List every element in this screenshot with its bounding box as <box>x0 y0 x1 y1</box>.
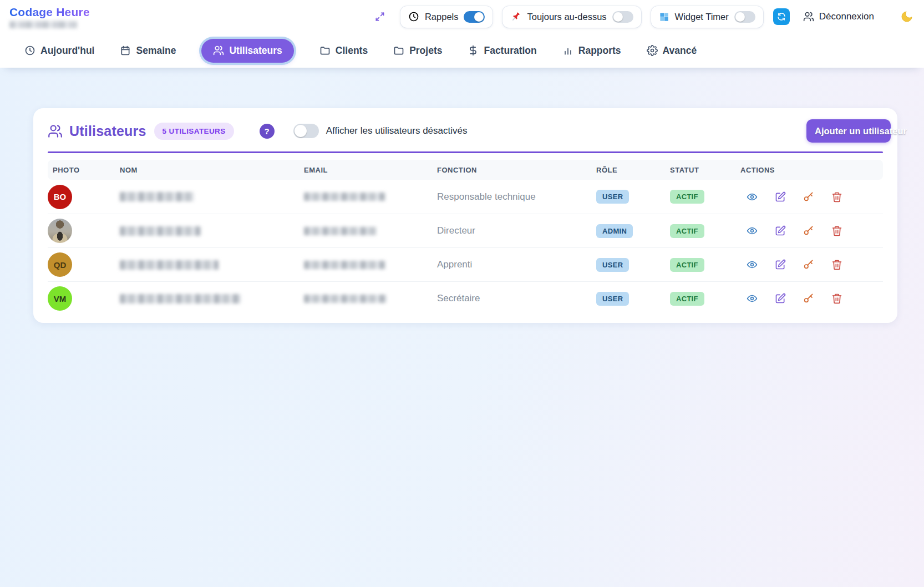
avatar-photo <box>48 219 72 243</box>
expand-icon[interactable] <box>373 9 387 24</box>
pill-label-always-on-top: Toujours au-dessus <box>527 12 606 22</box>
windows-icon <box>659 12 669 22</box>
column-header: STATUT <box>670 166 740 174</box>
widget-timer-toggle[interactable] <box>734 11 755 23</box>
topbar-pill-always-on-top: Toujours au-dessus <box>502 6 641 28</box>
delete-user-button[interactable] <box>831 259 842 271</box>
role-badge: ADMIN <box>596 224 633 238</box>
reset-password-button[interactable] <box>803 191 814 203</box>
redacted-name <box>120 260 219 270</box>
column-header: RÔLE <box>596 166 670 174</box>
reset-password-button[interactable] <box>803 225 814 237</box>
name-cell <box>120 294 304 303</box>
page-title: Utilisateurs <box>69 123 146 139</box>
redacted-name <box>120 294 241 303</box>
main-navigation: Aujourd'huiSemaineUtilisateursClientsPro… <box>0 33 924 68</box>
status-badge: ACTIF <box>670 224 704 238</box>
app-title: Codage Heure <box>9 6 90 19</box>
tab-label: Avancé <box>663 45 697 57</box>
topbar: Codage Heure RappelsToujours au-dessusWi… <box>0 0 924 33</box>
name-cell <box>120 260 304 270</box>
role-badge: USER <box>596 190 629 204</box>
eye-icon <box>747 225 758 236</box>
moon-icon[interactable] <box>900 9 914 24</box>
email-cell <box>304 227 437 235</box>
view-user-button[interactable] <box>746 293 758 305</box>
key-icon <box>803 259 814 270</box>
tab-label: Rapports <box>578 45 621 57</box>
view-user-button[interactable] <box>746 259 758 271</box>
view-user-button[interactable] <box>746 191 758 203</box>
redacted-email <box>304 193 385 201</box>
role-cell: USER <box>596 258 670 272</box>
tab-facturation[interactable]: Facturation <box>468 45 536 57</box>
status-badge: ACTIF <box>670 292 704 306</box>
key-icon <box>803 225 814 236</box>
calendar-icon <box>120 45 131 56</box>
role-badge: USER <box>596 292 629 306</box>
app-chrome: Codage Heure RappelsToujours au-dessusWi… <box>0 0 924 68</box>
edit-user-button[interactable] <box>774 259 786 271</box>
tab-semaine[interactable]: Semaine <box>120 45 176 57</box>
edit-user-button[interactable] <box>774 191 786 203</box>
folder-icon <box>393 45 404 56</box>
add-user-button[interactable]: Ajouter un utilisateur <box>806 119 891 143</box>
always-on-top-toggle[interactable] <box>612 11 633 23</box>
toggle-knob <box>295 125 307 137</box>
tab-avance[interactable]: Avancé <box>647 45 697 57</box>
show-disabled-toggle[interactable] <box>293 124 319 138</box>
row-actions <box>740 293 883 305</box>
status-badge: ACTIF <box>670 258 704 272</box>
redacted-email <box>304 295 387 303</box>
column-header: ACTIONS <box>740 166 883 174</box>
reset-password-button[interactable] <box>803 293 814 305</box>
brand: Codage Heure <box>9 6 90 28</box>
tab-label: Facturation <box>484 45 536 57</box>
view-user-button[interactable] <box>746 225 758 237</box>
row-actions <box>740 191 883 203</box>
pill-label-widget-timer: Widget Timer <box>675 12 729 22</box>
help-button[interactable]: ? <box>260 124 275 139</box>
edit-icon <box>775 259 786 270</box>
key-icon <box>803 293 814 304</box>
users-table-body: BOResponsable techniqueUSERACTIFDirecteu… <box>48 180 883 315</box>
delete-user-button[interactable] <box>831 293 842 305</box>
statut-cell: ACTIF <box>670 224 740 238</box>
tab-aujourdhui[interactable]: Aujourd'hui <box>24 45 94 57</box>
panel-header: Utilisateurs 5 UTILISATEURS ? Afficher l… <box>48 119 883 143</box>
redacted-email <box>304 261 385 269</box>
tab-projets[interactable]: Projets <box>393 45 442 57</box>
reset-password-button[interactable] <box>803 259 814 271</box>
email-cell <box>304 193 437 201</box>
delete-user-button[interactable] <box>831 191 842 203</box>
row-actions <box>740 225 883 237</box>
redacted-name <box>120 192 194 201</box>
edit-icon <box>775 225 786 236</box>
edit-icon <box>775 293 786 304</box>
column-header: FONCTION <box>437 166 596 174</box>
users-panel: Utilisateurs 5 UTILISATEURS ? Afficher l… <box>33 108 897 323</box>
trash-icon <box>831 225 842 236</box>
status-badge: ACTIF <box>670 190 704 204</box>
toggle-knob <box>735 12 745 22</box>
toggle-knob <box>613 12 623 22</box>
delete-user-button[interactable] <box>831 225 842 237</box>
edit-user-button[interactable] <box>774 293 786 305</box>
name-cell <box>120 192 304 201</box>
fonction-cell: Directeur <box>437 225 596 236</box>
gear-icon <box>647 45 658 56</box>
rappels-toggle[interactable] <box>464 11 485 23</box>
topbar-pill-widget-timer: Widget Timer <box>651 6 763 28</box>
tab-utilisateurs[interactable]: Utilisateurs <box>201 39 293 63</box>
logout-label: Déconnexion <box>819 11 874 22</box>
role-cell: USER <box>596 190 670 204</box>
sync-button[interactable] <box>773 8 790 25</box>
table-row: DirecteurADMINACTIF <box>48 214 883 247</box>
tab-rapports[interactable]: Rapports <box>562 45 621 57</box>
trash-icon <box>831 293 842 304</box>
topbar-controls: RappelsToujours au-dessusWidget Timer Dé… <box>373 6 914 28</box>
logout-button[interactable]: Déconnexion <box>803 11 874 22</box>
edit-user-button[interactable] <box>774 225 786 237</box>
tab-clients[interactable]: Clients <box>319 45 368 57</box>
role-badge: USER <box>596 258 629 272</box>
